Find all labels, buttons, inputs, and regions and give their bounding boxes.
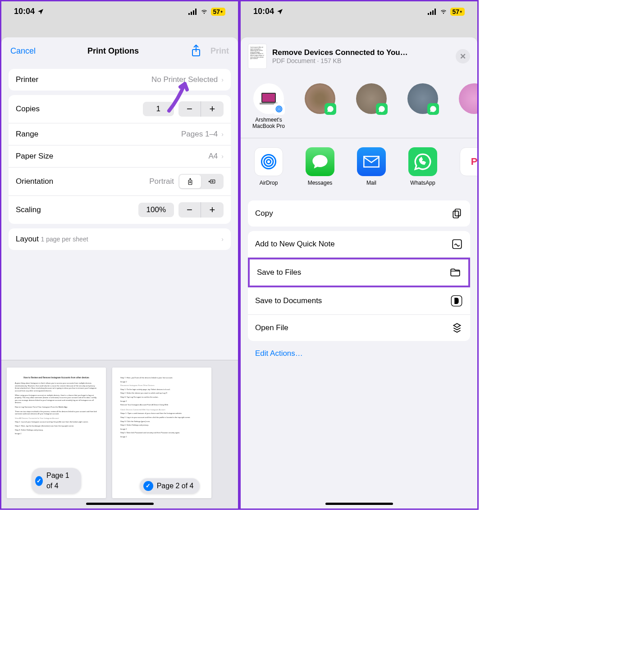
battery-badge: 57 <box>450 8 465 16</box>
chevron-icon: › <box>221 131 224 138</box>
preview-area: How to Review and Remove Instagram Accou… <box>1 360 238 509</box>
open-file-icon <box>451 322 463 334</box>
plus-button[interactable]: + <box>201 101 224 117</box>
contact-blurred[interactable] <box>299 83 341 130</box>
portrait-option[interactable] <box>179 175 201 188</box>
scaling-row: Scaling 100% − + <box>9 196 231 224</box>
document-title: Remove Devices Connected to You… <box>272 48 450 57</box>
svg-rect-22 <box>455 209 461 216</box>
printer-row[interactable]: Printer No Printer Selected› <box>9 69 231 91</box>
app-airdrop[interactable]: AirDrop <box>248 147 289 186</box>
paper-row[interactable]: Paper Size A4› <box>9 145 231 168</box>
landscape-option[interactable] <box>201 175 223 188</box>
svg-rect-23 <box>453 211 458 218</box>
home-indicator[interactable] <box>86 503 154 505</box>
svg-point-6 <box>190 182 191 183</box>
time-label: 10:04 <box>253 7 274 16</box>
layout-group: Layout 1 page per sheet › <box>9 228 231 250</box>
status-bar: 10:04 57 <box>1 1 238 20</box>
whatsapp-badge-icon <box>325 103 336 115</box>
copy-icon <box>451 208 463 219</box>
svg-point-8 <box>212 181 213 182</box>
page-1-thumb[interactable]: How to Review and Remove Instagram Accou… <box>7 368 106 498</box>
airdrop-contacts-row: Arshmeet's MacBook Pro <box>241 75 477 138</box>
documents-app-icon <box>450 295 463 307</box>
share-sheet: Lorem ipsum dolor sit amet consectetur a… <box>241 37 477 509</box>
check-icon: ✓ <box>35 476 43 486</box>
svg-rect-24 <box>453 240 462 249</box>
edit-actions-link[interactable]: Edit Actions… <box>248 345 470 362</box>
annotation-arrow <box>165 77 194 113</box>
quicknote-icon <box>451 238 463 250</box>
svg-point-19 <box>266 159 270 163</box>
close-button[interactable]: ✕ <box>456 49 470 64</box>
whatsapp-badge-icon <box>427 103 439 115</box>
cellular-icon <box>188 9 197 15</box>
svg-rect-1 <box>191 12 192 15</box>
svg-point-16 <box>278 108 280 110</box>
scaling-field[interactable]: 100% <box>138 203 174 217</box>
copies-row: Copies 1 − + <box>9 95 231 123</box>
svg-rect-3 <box>195 9 197 15</box>
contact-blurred[interactable] <box>453 83 477 130</box>
scaling-stepper: − + <box>178 202 224 218</box>
cancel-button[interactable]: Cancel <box>10 46 36 56</box>
page-2-thumb[interactable]: Step 7: Here, you'll see all the devices… <box>112 368 211 498</box>
share-sheet-panel: 10:04 57 Lorem ipsum dolor sit amet cons… <box>239 0 479 510</box>
orientation-row: Orientation Portrait <box>9 168 231 196</box>
contact-blurred[interactable] <box>351 83 392 130</box>
action-quicknote[interactable]: Add to New Quick Note <box>248 231 470 258</box>
chevron-icon: › <box>221 236 224 243</box>
share-apps-row: AirDrop Messages Mail WhatsApp P <box>241 138 477 195</box>
plus-button[interactable]: + <box>201 202 224 218</box>
minus-button[interactable]: − <box>178 202 201 218</box>
wifi-icon <box>439 9 448 15</box>
printer-label: Printer <box>16 75 38 84</box>
svg-rect-9 <box>428 13 429 15</box>
printer-group: Printer No Printer Selected› <box>9 69 231 91</box>
orientation-toggle <box>178 174 224 189</box>
page-1-selector[interactable]: ✓ Page 1 of 4 <box>32 468 81 494</box>
action-open-file[interactable]: Open File <box>248 315 470 341</box>
share-icon[interactable] <box>191 45 201 57</box>
contact-macbook[interactable]: Arshmeet's MacBook Pro <box>248 83 289 130</box>
svg-rect-7 <box>210 180 215 183</box>
svg-rect-10 <box>430 12 431 15</box>
app-whatsapp[interactable]: WhatsApp <box>402 147 444 186</box>
app-more[interactable]: P <box>453 147 477 186</box>
print-button[interactable]: Print <box>210 46 229 56</box>
svg-rect-14 <box>262 94 275 102</box>
app-messages[interactable]: Messages <box>299 147 341 186</box>
print-sheet: Cancel Print Options Print Printer No Pr… <box>1 37 238 509</box>
chevron-icon: › <box>221 76 224 83</box>
range-row[interactable]: Range Pages 1–4› <box>9 123 231 145</box>
share-header: Lorem ipsum dolor sit amet consectetur a… <box>241 37 477 75</box>
time-label: 10:04 <box>14 7 35 16</box>
layout-row[interactable]: Layout 1 page per sheet › <box>9 228 231 250</box>
check-icon: ✓ <box>143 481 153 491</box>
location-icon <box>37 8 44 15</box>
svg-rect-11 <box>432 10 434 15</box>
home-indicator[interactable] <box>325 503 393 505</box>
svg-rect-12 <box>434 9 436 15</box>
actions-list: Copy Add to New Quick Note Save to Files… <box>241 195 477 367</box>
action-save-files[interactable]: Save to Files <box>248 258 470 287</box>
chevron-icon: › <box>221 153 224 160</box>
battery-badge: 57 <box>211 8 225 16</box>
app-mail[interactable]: Mail <box>351 147 392 186</box>
print-options-panel: 10:04 57 Cancel Print Options Print Prin… <box>0 0 239 510</box>
print-settings-group: Copies 1 − + Range Pages 1–4› Paper Size… <box>9 95 231 224</box>
airdrop-badge-icon <box>273 103 285 115</box>
action-save-documents[interactable]: Save to Documents <box>248 287 470 315</box>
cellular-icon <box>428 9 437 15</box>
wifi-icon <box>200 9 208 15</box>
whatsapp-badge-icon <box>376 103 388 115</box>
status-bar: 10:04 57 <box>241 1 477 20</box>
svg-rect-0 <box>188 13 190 15</box>
document-thumbnail: Lorem ipsum dolor sit amet consectetur a… <box>248 44 267 69</box>
page-2-selector[interactable]: ✓ Page 2 of 4 <box>140 478 200 494</box>
sheet-title: Print Options <box>87 46 139 56</box>
action-copy[interactable]: Copy <box>248 200 470 227</box>
location-icon <box>276 8 283 15</box>
contact-blurred[interactable] <box>402 83 444 130</box>
